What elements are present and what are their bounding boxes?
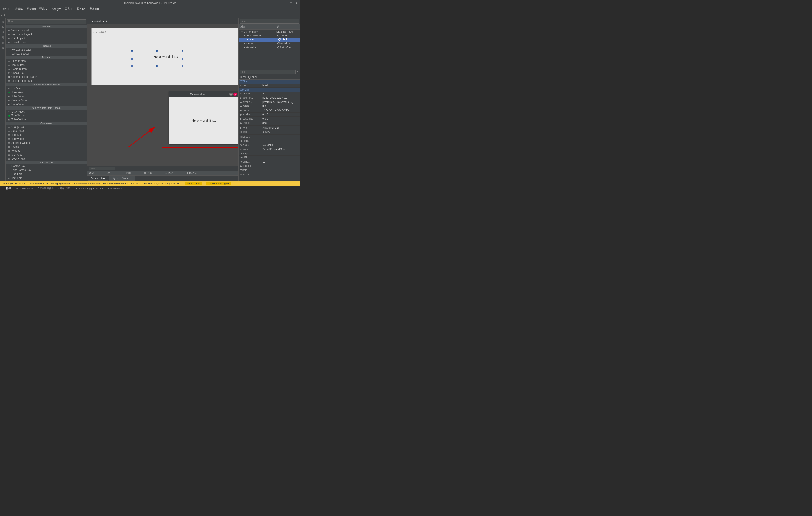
sidebar-filter-input[interactable] <box>7 19 86 24</box>
left-icon-编辑[interactable]: 编 <box>0 25 5 29</box>
close-button[interactable]: × <box>294 1 298 5</box>
sidebar-item-group-box[interactable]: □Group Box <box>6 125 87 129</box>
sidebar-item-list-view[interactable]: ≡List View <box>6 86 87 90</box>
tree-row-mainwindow[interactable]: ▾ MainWindowQMainWindow <box>239 30 300 34</box>
left-icon-调试[interactable]: 调 <box>0 35 5 40</box>
sidebar-item-scroll-area[interactable]: □Scroll Area <box>6 129 87 133</box>
menu-item-e[interactable]: 编辑(E) <box>13 7 25 11</box>
sidebar-item-table-widget[interactable]: ⊞Table Widget <box>6 117 87 121</box>
sidebar-item-mdi-area[interactable]: □MDI Area <box>6 153 87 157</box>
sidebar-item-vertical-layout[interactable]: ⊟Vertical Layout <box>6 28 87 32</box>
sidebar-item-tree-widget[interactable]: 🌲Tree Widget <box>6 114 87 117</box>
tree-row-menubar[interactable]: ▸ menubarQMenuBar <box>239 42 300 46</box>
tree-row-statusbar[interactable]: ▸ statusbarQStatusBar <box>239 46 300 50</box>
sidebar-item-tree-view[interactable]: 🌲Tree View <box>6 90 87 94</box>
props-row-accessi[interactable]: accessi... <box>239 172 300 176</box>
props-row-focusp[interactable]: focusP...NoFocus <box>239 143 300 147</box>
left-icon-帮助[interactable]: 帮 <box>0 46 5 51</box>
menu-item-analyze[interactable]: Analyze <box>50 7 63 11</box>
menu-item-b[interactable]: 构建(B) <box>25 7 37 11</box>
sidebar-item-tool-box[interactable]: □Tool Box <box>6 133 87 137</box>
props-row-palette[interactable]: palette继承 <box>239 121 300 126</box>
sidebar-item-push-button[interactable]: □Push Button <box>6 59 87 63</box>
props-row-sizepol[interactable]: sizePol...[Preferred, Preferred, 0, 0] <box>239 100 300 104</box>
console-tab-4[interactable]: 4编译器输出 <box>56 186 73 191</box>
sidebar-item-stacked-widget[interactable]: □Stacked Widget <box>6 141 87 145</box>
take-tour-button[interactable]: Take UI Tour <box>185 182 202 185</box>
props-row-basesize[interactable]: baseSize0 x 0 <box>239 117 300 121</box>
props-row-contex[interactable]: contex...DefaultContextMenu <box>239 147 300 152</box>
sidebar-item-widget[interactable]: □Widget <box>6 149 87 153</box>
menu-item-h[interactable]: 帮助(H) <box>88 7 100 11</box>
console-tab-2[interactable]: 2Search Results <box>14 187 35 190</box>
sidebar-item-undo-view[interactable]: ↩Undo View <box>6 102 87 106</box>
sidebar-item-dock-widget[interactable]: □Dock Widget <box>6 157 87 161</box>
console-tab-test[interactable]: 8Test Results <box>106 187 124 190</box>
preview-minimize-btn[interactable]: − <box>225 92 229 96</box>
maximize-button[interactable]: □ <box>289 1 293 5</box>
menu-item-t[interactable]: 工具(T) <box>63 7 75 11</box>
ui-canvas[interactable]: 在这里输入 +Hello_world_linux <box>91 28 238 85</box>
sidebar-item-plain-text-edit[interactable]: ≡Plain Text Edit <box>6 180 87 181</box>
sidebar-item-vertical-spacer[interactable]: ↕Vertical Spacer <box>6 52 87 56</box>
sidebar-item-frame[interactable]: □Frame <box>6 145 87 149</box>
action-filter-input[interactable] <box>89 167 115 170</box>
widget-icon: ⊟ <box>7 40 10 44</box>
sidebar-item-form-layout[interactable]: ⊟Form Layout <box>6 40 87 44</box>
sidebar-item-text-edit[interactable]: ≡Text Edit <box>6 176 87 180</box>
props-row-accept[interactable]: accept... <box>239 152 300 156</box>
sidebar-item-column-view[interactable]: ⊞Column View <box>6 98 87 102</box>
sidebar-item-horizontal-layout[interactable]: ⊟Horizontal Layout <box>6 32 87 36</box>
tab-mainwindow-ui[interactable]: mainwindow.ui <box>87 19 110 24</box>
sidebar-item-dialog-button-box[interactable]: □Dialog Button Box <box>6 79 87 83</box>
menu-item-f[interactable]: 文件(F) <box>1 7 13 11</box>
tab-signals-slots[interactable]: Signals_Slots E... <box>109 176 135 181</box>
sidebar-item-list-widget[interactable]: ≡List Widget <box>6 110 87 114</box>
props-row-tablett[interactable]: tabletT... <box>239 139 300 143</box>
selection-dot <box>131 58 133 60</box>
props-row-mouse[interactable]: mouse... <box>239 135 300 139</box>
props-row-enabled[interactable]: enabled✓ <box>239 92 300 96</box>
tree-row-centralwidget[interactable]: ▸ centralwidgetQWidget <box>239 34 300 37</box>
minimize-button[interactable]: − <box>284 1 288 5</box>
props-row-tooltip[interactable]: toolTip <box>239 156 300 160</box>
tree-cell-obj: ▸ centralwidget <box>239 34 276 37</box>
sidebar-item-command-link-button[interactable]: 🔘Command Link Button <box>6 75 87 79</box>
preview-close-btn[interactable]: × <box>233 92 237 96</box>
sidebar-item-table-view[interactable]: ⊞Table View <box>6 94 87 98</box>
left-icon-欢迎[interactable]: 欢 <box>0 19 5 24</box>
sidebar-item-font-combo-box[interactable]: ▼Font Combo Box <box>6 168 87 172</box>
console-tab-soml[interactable]: SOML Debugger Console <box>74 187 106 190</box>
tree-row-label[interactable]: ▾ labelQLabel <box>239 37 300 42</box>
object-tree-filter-input[interactable] <box>239 19 299 24</box>
sidebar-item-horizontal-spacer[interactable]: ↔Horizontal Spacer <box>6 48 87 52</box>
props-row-minim[interactable]: minim...0 x 0 <box>239 104 300 108</box>
tab-action-editor[interactable]: Action Editor <box>88 176 109 181</box>
props-row-whats[interactable]: whats... <box>239 168 300 172</box>
props-filter-input[interactable] <box>239 70 295 74</box>
sidebar-item-tab-widget[interactable]: □Tab Widget <box>6 137 87 141</box>
props-row-geome[interactable]: geome...[(230, 180), 321 x 71] <box>239 96 300 100</box>
console-tab-1[interactable]: ↑ 1行/段 <box>1 186 13 191</box>
left-icon-项目[interactable]: 项 <box>0 40 5 45</box>
sidebar-item-grid-layout[interactable]: ⊟Grid Layout <box>6 36 87 40</box>
left-icon-设计[interactable]: 设 <box>0 30 5 35</box>
sidebar-item-line-edit[interactable]: —Line Edit <box>6 172 87 176</box>
props-row-object[interactable]: object...label <box>239 83 300 88</box>
preview-maximize-btn[interactable]: □ <box>229 92 233 96</box>
widget-icon: □ <box>7 79 10 82</box>
props-row-sizeinc[interactable]: sizeInc...0 x 0 <box>239 112 300 117</box>
sidebar-item-check-box[interactable]: ☑Check Box <box>6 71 87 75</box>
sidebar-item-radio-button[interactable]: ◉Radio Button <box>6 67 87 71</box>
props-row-font[interactable]: font△[Ubuntu, 11] <box>239 126 300 130</box>
menu-item-d[interactable]: 调试(D) <box>37 7 50 11</box>
props-row-tooltip[interactable]: toolTip...-1 <box>239 160 300 164</box>
dont-show-button[interactable]: Do Not Show Again <box>206 182 231 185</box>
props-row-cursor[interactable]: cursor✎ 箭头 <box>239 130 300 135</box>
menu-item-w[interactable]: 控件(W) <box>75 7 88 11</box>
sidebar-item-combo-box[interactable]: ▼Combo Box <box>6 164 87 168</box>
props-row-maxim[interactable]: maxim...16777215 x 16777215 <box>239 108 300 112</box>
sidebar-item-tool-button[interactable]: □Tool Button <box>6 63 87 67</box>
props-row-statust[interactable]: statusT... <box>239 164 300 168</box>
console-tab-3[interactable]: 3应用程序输出 <box>36 186 55 191</box>
